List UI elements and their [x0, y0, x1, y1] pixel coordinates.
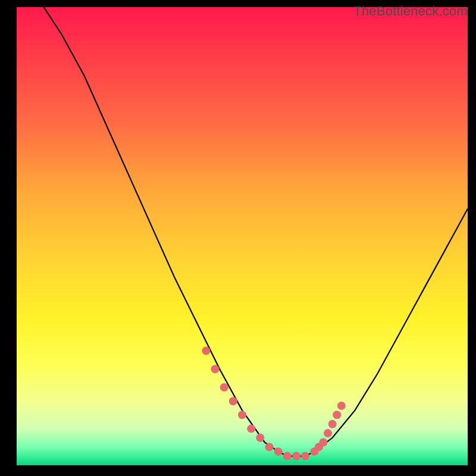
chart-stage: TheBottleneck.com: [0, 0, 476, 476]
curve-marker: [229, 397, 237, 405]
curve-marker: [220, 383, 228, 392]
curve-marker: [328, 420, 337, 428]
bottleneck-curve: [17, 7, 468, 465]
curve-marker: [324, 429, 332, 437]
watermark-text: TheBottleneck.com: [353, 4, 468, 19]
curve-marker: [333, 411, 341, 419]
curve-marker: [265, 443, 274, 451]
curve-marker: [292, 452, 300, 461]
curve-line: [44, 7, 468, 456]
curve-marker: [256, 434, 264, 442]
curve-marker: [319, 439, 327, 447]
curve-marker: [337, 402, 346, 410]
curve-marker: [274, 447, 283, 456]
curve-marker: [283, 452, 292, 461]
curve-marker: [202, 347, 210, 355]
curve-marker: [247, 424, 255, 433]
curve-marker: [238, 411, 246, 419]
curve-markers: [202, 347, 345, 461]
curve-marker: [211, 365, 220, 373]
curve-marker: [301, 452, 309, 461]
